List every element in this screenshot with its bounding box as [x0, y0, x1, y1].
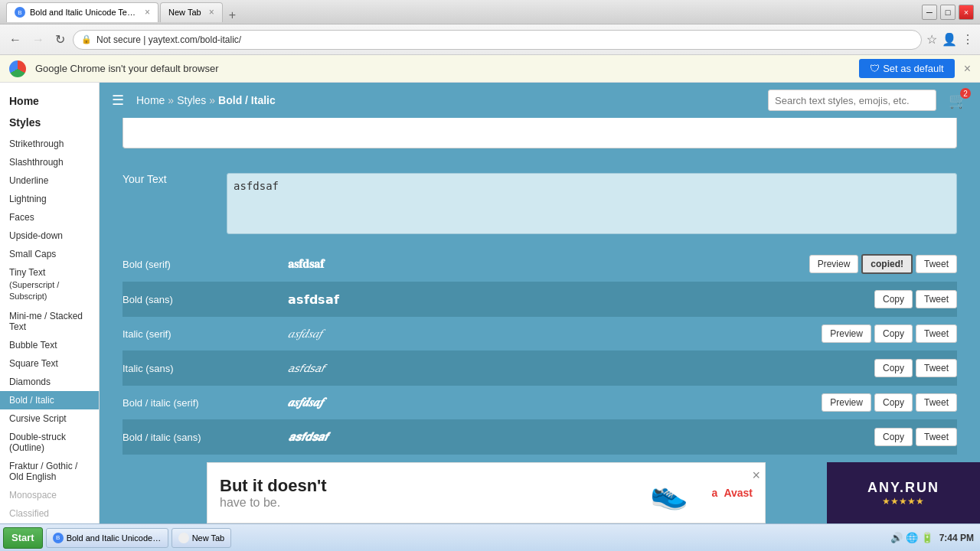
- breadcrumb-styles[interactable]: Styles: [177, 94, 206, 106]
- sidebar-item-tiny-text[interactable]: Tiny Text(Superscript /Subscript): [0, 263, 99, 307]
- breadcrumb-home[interactable]: Home: [136, 94, 165, 106]
- close-button[interactable]: ×: [959, 5, 974, 20]
- tweet-button-italic-serif[interactable]: Tweet: [916, 324, 957, 343]
- tweet-button-bold-serif[interactable]: Tweet: [916, 255, 957, 273]
- sidebar-item-bubble-text[interactable]: Bubble Text: [0, 336, 99, 354]
- tray-icon-3: 🔋: [921, 532, 933, 543]
- tab-2-title: New Tab: [168, 8, 201, 17]
- sidebar-item-monospace[interactable]: Monospace: [0, 486, 99, 504]
- menu-button[interactable]: ⋮: [962, 32, 974, 47]
- tab-2[interactable]: New Tab ×: [160, 2, 223, 22]
- tab-favicon-1: B: [15, 7, 25, 18]
- sidebar-item-slashthrough[interactable]: Slashthrough: [0, 153, 99, 171]
- result-name-italic-serif: Italic (serif): [122, 328, 276, 340]
- maximize-button[interactable]: □: [940, 5, 956, 20]
- sidebar-home[interactable]: Home: [0, 89, 99, 113]
- sidebar-item-lightning[interactable]: Lightning: [0, 190, 99, 208]
- window-controls: ─ □ ×: [922, 5, 974, 20]
- ad-image: 👟: [639, 475, 700, 511]
- nav-right: ☆ 👤 ⋮: [926, 32, 974, 47]
- tweet-button-bold-sans[interactable]: Tweet: [916, 290, 957, 308]
- result-text-italic-sans: 𝘢𝘴𝘧𝘥𝘴𝘢𝘧: [276, 361, 874, 375]
- tweet-button-italic-sans[interactable]: Tweet: [916, 359, 957, 377]
- breadcrumb-current: Bold / Italic: [218, 94, 276, 106]
- tab-1-title: Bold and Italic Unicode Text Tool - 1: [30, 8, 137, 17]
- preview-button-bold-italic-serif[interactable]: Preview: [822, 393, 871, 412]
- taskbar-app-2-label: New Tab: [192, 533, 225, 543]
- sidebar-item-faces[interactable]: Faces: [0, 208, 99, 227]
- taskbar-app-2-icon: [178, 533, 189, 543]
- new-tab-button[interactable]: +: [224, 8, 240, 22]
- result-row-italic-sans: Italic (sans) 𝘢𝘴𝘧𝘥𝘴𝘢𝘧 Copy Tweet: [122, 351, 957, 386]
- sidebar-item-bold-italic[interactable]: Bold / Italic: [0, 391, 99, 409]
- copy-button-bold-serif[interactable]: copied!: [861, 254, 913, 274]
- ad-title: But it doesn't: [220, 476, 639, 496]
- result-name-italic-sans: Italic (sans): [122, 363, 276, 374]
- copy-button-italic-serif[interactable]: Copy: [874, 324, 913, 343]
- text-input[interactable]: asfdsaf: [227, 173, 957, 234]
- sidebar-item-cursive-script[interactable]: Cursive Script: [0, 409, 99, 428]
- tab-1[interactable]: B Bold and Italic Unicode Text Tool - 1 …: [6, 2, 158, 22]
- address-bar[interactable]: 🔒 Not secure | yaytext.com/bold-italic/: [73, 30, 922, 50]
- result-row-italic-serif: Italic (serif) 𝑎𝑠𝑓𝑑𝑠𝑎𝑓 Preview Copy Twee…: [122, 317, 957, 351]
- sidebar-item-strikethrough[interactable]: Strikethrough: [0, 135, 99, 153]
- result-name-bold-italic-serif: Bold / italic (serif): [122, 397, 276, 409]
- minimize-button[interactable]: ─: [922, 5, 937, 20]
- account-button[interactable]: 👤: [942, 32, 957, 47]
- bookmark-button[interactable]: ☆: [926, 32, 937, 47]
- sidebar: Home Styles Strikethrough Slashthrough U…: [0, 83, 100, 523]
- start-button[interactable]: Start: [3, 527, 43, 549]
- sidebar-item-fraktur[interactable]: Fraktur / Gothic / Old English: [0, 457, 99, 486]
- sidebar-item-classified[interactable]: Classified: [0, 504, 99, 523]
- tweet-button-bold-italic-serif[interactable]: Tweet: [916, 393, 957, 412]
- search-input[interactable]: [768, 90, 936, 111]
- taskbar-time: 7:44 PM: [939, 533, 974, 543]
- copy-button-italic-sans[interactable]: Copy: [874, 359, 913, 377]
- info-bar-close-button[interactable]: ×: [964, 62, 971, 76]
- result-name-bold-italic-sans: Bold / italic (sans): [122, 432, 276, 443]
- copy-button-bold-italic-sans[interactable]: Copy: [874, 428, 913, 446]
- ad-logo-section: a Avast: [712, 487, 753, 499]
- sidebar-item-diamonds[interactable]: Diamonds: [0, 373, 99, 391]
- result-name-bold-sans: Bold (sans): [122, 294, 276, 305]
- copy-button-bold-sans[interactable]: Copy: [874, 290, 913, 308]
- result-text-bold-serif: 𝐚𝐬𝐟𝐝𝐬𝐚𝐟: [276, 257, 809, 271]
- taskbar-app-1[interactable]: B Bold and Italic Unicode Text: [46, 528, 168, 548]
- tab-2-close[interactable]: ×: [209, 7, 214, 18]
- preview-button-bold-serif[interactable]: Preview: [809, 255, 859, 273]
- ad-subtitle: have to be.: [220, 496, 639, 510]
- sidebar-item-square-text[interactable]: Square Text: [0, 354, 99, 373]
- set-default-button[interactable]: 🛡 Set as default: [859, 59, 955, 78]
- taskbar-app-2[interactable]: New Tab: [172, 528, 232, 548]
- set-default-label: Set as default: [883, 63, 944, 74]
- result-actions-italic-sans: Copy Tweet: [874, 359, 957, 377]
- tabs-area: B Bold and Italic Unicode Text Tool - 1 …: [6, 2, 922, 22]
- chrome-logo-icon: [9, 60, 26, 77]
- sidebar-item-upside-down[interactable]: Upside-down: [0, 227, 99, 245]
- taskbar-right: 🔊 🌐 🔋 7:44 PM: [890, 532, 980, 543]
- input-section: Your Text asfdsaf: [100, 161, 980, 246]
- refresh-button[interactable]: ↻: [52, 31, 68, 48]
- title-bar: B Bold and Italic Unicode Text Tool - 1 …: [0, 0, 980, 24]
- ad-banner: But it doesn't have to be. 👟 a Avast ×: [207, 462, 766, 523]
- hamburger-menu-button[interactable]: ☰: [112, 92, 124, 109]
- sidebar-item-small-caps[interactable]: Small Caps: [0, 245, 99, 263]
- sidebar-item-double-struck[interactable]: Double-struck (Outline): [0, 428, 99, 457]
- result-name-bold-serif: Bold (serif): [122, 259, 276, 270]
- copy-button-bold-italic-serif[interactable]: Copy: [874, 393, 913, 412]
- result-text-bold-italic-serif: 𝒂𝒔𝒇𝒅𝒔𝒂𝒇: [276, 396, 822, 409]
- info-message: Google Chrome isn't your default browser: [35, 63, 850, 74]
- forward-button[interactable]: →: [29, 31, 47, 48]
- sidebar-item-underline[interactable]: Underline: [0, 171, 99, 190]
- ad-close-button[interactable]: ×: [752, 468, 760, 484]
- back-button[interactable]: ←: [6, 31, 24, 48]
- breadcrumb-sep-1: »: [168, 94, 174, 106]
- result-row-bold-italic-sans: Bold / italic (sans) 𝙖𝙨𝙛𝙙𝙨𝙖𝙛 Copy Tweet: [122, 420, 957, 455]
- sidebar-item-mini-me[interactable]: Mini-me / Stacked Text: [0, 307, 99, 336]
- result-actions-italic-serif: Preview Copy Tweet: [822, 324, 957, 343]
- cart-icon-wrapper: 🛒 2: [949, 91, 968, 109]
- tweet-button-bold-italic-sans[interactable]: Tweet: [916, 428, 957, 446]
- preview-button-italic-serif[interactable]: Preview: [822, 324, 871, 343]
- tab-1-close[interactable]: ×: [145, 7, 150, 18]
- content-wrapper: Home Styles Strikethrough Slashthrough U…: [0, 83, 980, 523]
